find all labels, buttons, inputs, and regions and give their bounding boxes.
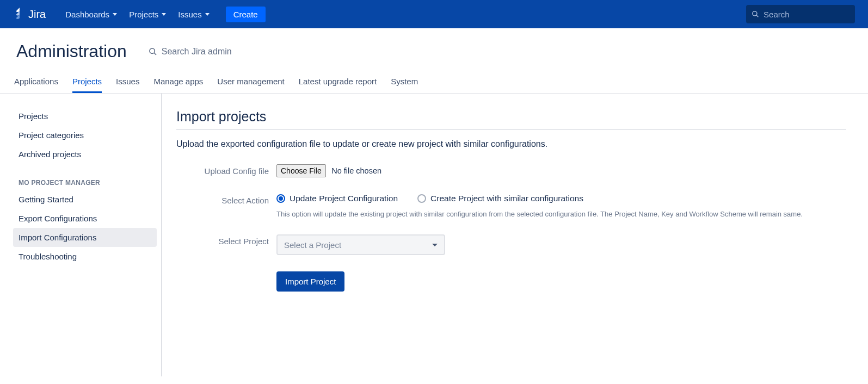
search-icon	[752, 10, 759, 18]
admin-search[interactable]: Search Jira admin	[149, 47, 232, 57]
tab-manage-apps[interactable]: Manage apps	[153, 77, 203, 93]
nav-dashboards[interactable]: Dashboards	[65, 10, 117, 19]
radio-icon	[276, 194, 285, 203]
sidebar-item-project-categories[interactable]: Project categories	[13, 126, 157, 145]
radio-update-label: Update Project Configuration	[290, 194, 398, 203]
submit-control: Import Project	[276, 271, 846, 292]
nav-projects-label: Projects	[129, 10, 158, 19]
import-project-button[interactable]: Import Project	[276, 271, 344, 292]
sidebar: Projects Project categories Archived pro…	[0, 94, 162, 376]
sidebar-item-projects[interactable]: Projects	[13, 107, 157, 126]
upload-row: Upload Config file Choose File No file c…	[176, 164, 846, 177]
radio-update-project[interactable]: Update Project Configuration	[276, 194, 398, 203]
main-content: Import projects Upload the exported conf…	[162, 94, 868, 376]
action-control: Update Project Configuration Create Proj…	[276, 194, 846, 218]
page-title: Import projects	[176, 109, 846, 129]
svg-point-0	[753, 11, 757, 16]
select-project-dropdown[interactable]: Select a Project	[276, 234, 445, 255]
action-help-text: This option will update the existing pro…	[276, 210, 846, 218]
admin-search-placeholder: Search Jira admin	[162, 47, 232, 57]
chevron-down-icon	[205, 13, 210, 16]
svg-point-2	[150, 48, 155, 53]
create-button[interactable]: Create	[226, 7, 266, 22]
tab-applications[interactable]: Applications	[14, 77, 58, 93]
sidebar-item-export-configurations[interactable]: Export Configurations	[13, 209, 157, 228]
action-row: Select Action Update Project Configurati…	[176, 194, 846, 218]
admin-title: Administration	[16, 41, 127, 61]
jira-logo[interactable]: Jira	[13, 8, 46, 21]
nav-issues-label: Issues	[178, 10, 201, 19]
svg-line-3	[154, 53, 156, 55]
choose-file-button[interactable]: Choose File	[276, 164, 326, 177]
radio-group: Update Project Configuration Create Proj…	[276, 194, 846, 203]
sidebar-item-troubleshooting[interactable]: Troubleshooting	[13, 247, 157, 266]
tab-upgrade-report[interactable]: Latest upgrade report	[299, 77, 377, 93]
chevron-down-icon	[113, 13, 117, 16]
nav-issues[interactable]: Issues	[178, 10, 209, 19]
empty-label	[176, 271, 276, 274]
select-project-placeholder: Select a Project	[284, 240, 341, 250]
admin-header: Administration Search Jira admin	[0, 28, 868, 67]
global-search[interactable]	[746, 5, 855, 23]
upload-label: Upload Config file	[176, 164, 276, 176]
search-icon	[149, 47, 157, 56]
radio-create-project[interactable]: Create Project with similar configuratio…	[417, 194, 583, 203]
tab-issues[interactable]: Issues	[116, 77, 139, 93]
top-navigation: Jira Dashboards Projects Issues Create	[0, 0, 868, 28]
nav-dashboards-label: Dashboards	[65, 10, 109, 19]
sidebar-heading: MO PROJECT MANAGER	[19, 179, 157, 187]
select-project-control: Select a Project	[276, 234, 846, 255]
upload-control: Choose File No file chosen	[276, 164, 846, 177]
tab-projects[interactable]: Projects	[72, 77, 102, 93]
radio-icon	[417, 194, 426, 203]
select-project-row: Select Project Select a Project	[176, 234, 846, 255]
radio-create-label: Create Project with similar configuratio…	[430, 194, 583, 203]
chevron-down-icon	[432, 244, 438, 246]
select-project-label: Select Project	[176, 234, 276, 246]
svg-line-1	[756, 15, 759, 17]
global-search-input[interactable]	[764, 10, 849, 19]
tab-system[interactable]: System	[391, 77, 418, 93]
admin-tabs: Applications Projects Issues Manage apps…	[0, 67, 868, 94]
sidebar-item-archived-projects[interactable]: Archived projects	[13, 145, 157, 164]
submit-row: Import Project	[176, 271, 846, 292]
sidebar-item-getting-started[interactable]: Getting Started	[13, 190, 157, 209]
sidebar-item-import-configurations[interactable]: Import Configurations	[13, 228, 157, 247]
jira-logo-text: Jira	[28, 8, 46, 21]
nav-projects[interactable]: Projects	[129, 10, 166, 19]
body-wrapper: Projects Project categories Archived pro…	[0, 94, 868, 376]
file-status: No file chosen	[331, 166, 381, 175]
page-description: Upload the exported configuration file t…	[176, 139, 846, 149]
action-label: Select Action	[176, 194, 276, 205]
nav-items: Dashboards Projects Issues Create	[65, 7, 265, 22]
jira-icon	[13, 8, 26, 21]
tab-user-management[interactable]: User management	[217, 77, 284, 93]
chevron-down-icon	[162, 13, 166, 16]
topnav-right	[746, 5, 855, 23]
